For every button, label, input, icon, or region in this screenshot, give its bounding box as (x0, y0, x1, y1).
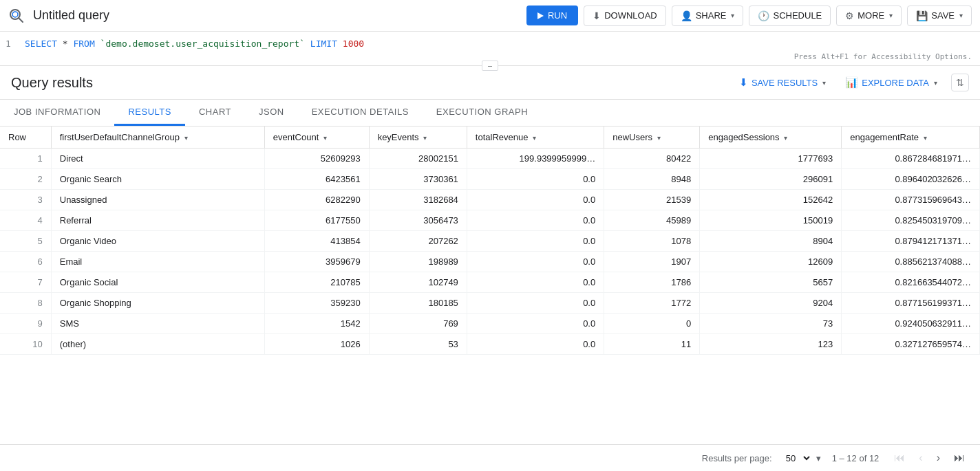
resize-handle-firstUserDefaultChannelGroup[interactable] (262, 127, 264, 148)
table-cell: 0.0 (467, 190, 604, 210)
table-cell: 0.0 (467, 314, 604, 334)
sort-icon-engagementRate[interactable]: ▾ (922, 134, 927, 142)
table-cell: Organic Social (51, 272, 264, 293)
download-icon: ⬇ (593, 10, 601, 21)
table-cell: Organic Video (51, 231, 264, 252)
results-header: Query results ⬇ SAVE RESULTS ▾ 📊 EXPLORE… (0, 66, 980, 100)
share-button[interactable]: 👤 SHARE ▾ (672, 6, 744, 26)
run-button[interactable]: RUN (526, 6, 578, 25)
resize-handle-eventCount[interactable] (366, 127, 369, 148)
table-footer: Results per page: 50 100 200 ▾ 1 – 12 of… (0, 444, 980, 471)
sort-icon-firstUserDefaultChannelGroup[interactable]: ▾ (182, 134, 188, 142)
per-page-dropdown[interactable]: 50 100 200 (783, 452, 812, 464)
select-keyword: SELECT (25, 39, 57, 49)
table-cell: 6282290 (264, 190, 369, 210)
accessibility-hint: Press Alt+F1 for Accessibility Options. (794, 52, 972, 61)
svg-line-1 (19, 18, 23, 22)
table-cell: 0.924050632911… (842, 314, 980, 334)
table-cell: 1907 (604, 252, 700, 272)
table-cell: 0 (604, 314, 700, 334)
sort-icon-keyEvents[interactable]: ▾ (422, 134, 427, 142)
editor-collapse-handle[interactable]: — (482, 61, 498, 71)
sql-content: SELECT * FROM `demo.demoset.user_acquisi… (25, 39, 364, 49)
table-cell: 6 (0, 252, 51, 272)
table-cell: SMS (51, 314, 264, 334)
table-cell: 9 (0, 314, 51, 334)
table-cell: 3056473 (369, 210, 467, 231)
results-table-container[interactable]: RowfirstUserDefaultChannelGroup ▾eventCo… (0, 127, 980, 444)
more-button[interactable]: ⚙ MORE ▾ (836, 6, 902, 26)
share-icon: 👤 (681, 10, 692, 21)
table-cell: 8948 (604, 169, 700, 190)
sort-icon-eventCount[interactable]: ▾ (321, 134, 327, 142)
save-results-icon: ⬇ (739, 76, 748, 89)
table-cell: 5657 (700, 272, 842, 293)
tab-job-information[interactable]: JOB INFORMATION (0, 100, 114, 126)
table-cell: 9204 (700, 293, 842, 314)
download-button[interactable]: ⬇ DOWNLOAD (584, 6, 666, 26)
table-row: 3Unassigned628229031826840.0215391526420… (0, 190, 980, 210)
col-header-newUsers: newUsers ▾ (604, 127, 700, 149)
table-cell: 0.0 (467, 169, 604, 190)
resize-handle-newUsers[interactable] (696, 127, 699, 148)
table-cell: Email (51, 252, 264, 272)
resize-handle-keyEvents[interactable] (464, 127, 467, 148)
table-cell: 1772 (604, 293, 700, 314)
table-cell: 0.885621374088… (842, 252, 980, 272)
table-cell: 198989 (369, 252, 467, 272)
table-cell: 359230 (264, 293, 369, 314)
schedule-button[interactable]: 🕐 SCHEDULE (749, 6, 831, 26)
resize-handle-totalRevenue[interactable] (601, 127, 604, 148)
tab-results[interactable]: RESULTS (114, 100, 185, 126)
col-header-engagementRate: engagementRate ▾ (842, 127, 980, 149)
resize-handle-engagedSessions[interactable] (838, 127, 841, 148)
sql-editor[interactable]: 1 SELECT * FROM `demo.demoset.user_acqui… (0, 32, 980, 66)
tab-execution-graph[interactable]: EXECUTION GRAPH (423, 100, 542, 126)
svg-point-2 (12, 12, 18, 17)
last-page-button[interactable]: ⏭ (950, 450, 969, 465)
table-cell: 199.9399959999… (467, 149, 604, 169)
table-row: 9SMS15427690.00730.924050632911… (0, 314, 980, 334)
expand-collapse-button[interactable]: ⇅ (951, 74, 969, 91)
gear-icon: ⚙ (845, 10, 854, 21)
explore-data-button[interactable]: 📊 EXPLORE DATA ▾ (840, 73, 943, 92)
sort-icon-totalRevenue[interactable]: ▾ (531, 134, 536, 142)
table-row: 1Direct5260929328002151199.9399959999…80… (0, 149, 980, 169)
table-cell: Organic Search (51, 169, 264, 190)
table-row: 4Referral617755030564730.0459891500190.8… (0, 210, 980, 231)
col-header-eventCount: eventCount ▾ (264, 127, 369, 149)
resize-handle-engagementRate[interactable] (977, 127, 979, 148)
table-cell: 0.0 (467, 210, 604, 231)
save-results-chevron-icon: ▾ (822, 79, 826, 87)
tab-json[interactable]: JSON (245, 100, 298, 126)
more-chevron-icon: ▾ (889, 12, 893, 19)
sort-icon-newUsers[interactable]: ▾ (655, 134, 661, 142)
save-results-button[interactable]: ⬇ SAVE RESULTS ▾ (734, 73, 831, 92)
table-cell: 296091 (700, 169, 842, 190)
table-cell: 0.0 (467, 293, 604, 314)
save-button[interactable]: 💾 SAVE ▾ (907, 6, 972, 26)
sort-icon-engagedSessions[interactable]: ▾ (782, 134, 788, 142)
table-cell: 150019 (700, 210, 842, 231)
table-cell: (other) (51, 334, 264, 355)
table-cell: 12609 (700, 252, 842, 272)
per-page-selector[interactable]: 50 100 200 ▾ (783, 452, 821, 464)
col-header-firstUserDefaultChannelGroup: firstUserDefaultChannelGroup ▾ (51, 127, 264, 149)
tab-chart[interactable]: CHART (185, 100, 245, 126)
table-cell: 10 (0, 334, 51, 355)
table-cell: 6177550 (264, 210, 369, 231)
next-page-button[interactable]: › (933, 450, 944, 465)
query-title: Untitled query (33, 8, 521, 23)
tab-execution-details[interactable]: EXECUTION DETAILS (298, 100, 423, 126)
table-cell: 0.0 (467, 231, 604, 252)
results-title: Query results (11, 75, 734, 91)
table-cell: 0.825450319709… (842, 210, 980, 231)
table-cell: Organic Shopping (51, 293, 264, 314)
prev-page-button[interactable]: ‹ (915, 450, 926, 465)
table-row: 10(other)1026530.0111230.327127659574… (0, 334, 980, 355)
first-page-button[interactable]: ⏮ (890, 450, 909, 465)
table-cell: 0.877156199371… (842, 293, 980, 314)
col-header-keyEvents: keyEvents ▾ (369, 127, 467, 149)
table-cell: 0.896402032626… (842, 169, 980, 190)
table-cell: 80422 (604, 149, 700, 169)
